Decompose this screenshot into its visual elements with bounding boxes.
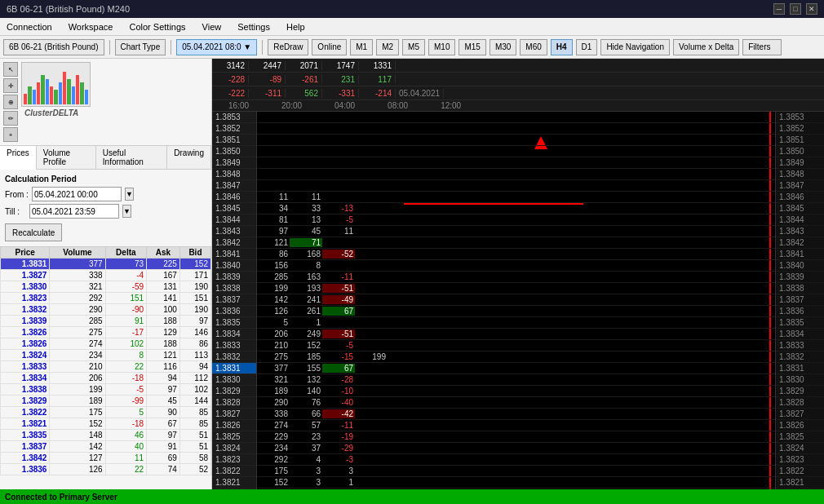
table-row[interactable]: 1.3836 126 22 74 52	[1, 464, 211, 475]
table-row[interactable]: 1.3838 199 -5 97 102	[1, 384, 211, 396]
price-cell: 1.3830	[1, 281, 50, 293]
table-row[interactable]: 1.3824 234 8 121 113	[1, 350, 211, 361]
till-date-input[interactable]	[29, 204, 119, 219]
price-label-row: 1.3849	[212, 157, 256, 169]
chart-type-button[interactable]: Chart Type	[115, 39, 166, 55]
price-label-row: 1.3829	[212, 386, 256, 397]
right-axis-row: 1.3852	[776, 123, 824, 135]
filters-button[interactable]: Filters	[742, 39, 781, 55]
table-row[interactable]: 1.3821 152 -18 67 85	[1, 418, 211, 430]
draw-icon[interactable]: ✏	[3, 111, 18, 126]
delta-cell: -17	[105, 327, 147, 338]
from-label: From :	[5, 190, 29, 199]
h3c5: -214	[359, 89, 396, 98]
from-row: From : ▼	[5, 187, 206, 201]
status-text: Connected to Primary Server	[5, 493, 117, 502]
volume-cell: 292	[50, 293, 105, 304]
m10-button[interactable]: M10	[428, 39, 455, 55]
menu-connection[interactable]: Connection	[3, 20, 55, 33]
hide-nav-button[interactable]: Hide Navigation	[600, 39, 670, 55]
ask-cell: 90	[147, 407, 180, 418]
time-0400: 04:00	[318, 100, 371, 111]
table-row[interactable]: 1.3827 338 -4 167 171	[1, 270, 211, 281]
sep2	[171, 40, 171, 55]
menu-view[interactable]: View	[199, 20, 225, 33]
menu-workspace[interactable]: Workspace	[65, 20, 117, 33]
table-row[interactable]: 1.3826 274 102 188 86	[1, 338, 211, 350]
table-row[interactable]: 1.3826 275 -17 129 146	[1, 327, 211, 338]
bid-cell: 113	[179, 350, 210, 361]
window-controls: ─ □ ✕	[773, 3, 817, 15]
table-row[interactable]: 1.3833 210 22 116 94	[1, 361, 211, 373]
price-cell: 1.3827	[1, 270, 50, 281]
table-row[interactable]: 1.3832 290 -90 100 190	[1, 304, 211, 316]
cluster-cell: 1	[322, 478, 355, 487]
table-row[interactable]: 1.3834 206 -18 94 112	[1, 373, 211, 384]
h2c4: 231	[322, 75, 359, 84]
datetime-picker[interactable]: 05.04.2021 08:0 ▼	[176, 39, 257, 55]
preview-bar-11	[72, 86, 75, 104]
table-row[interactable]: 1.3831 377 73 225 152	[1, 259, 211, 270]
table-row[interactable]: 1.3823 292 151 141 151	[1, 293, 211, 304]
m5-button[interactable]: M5	[402, 39, 425, 55]
m2-button[interactable]: M2	[376, 39, 399, 55]
menu-help[interactable]: Help	[283, 20, 308, 33]
price-label-row: 1.3820	[212, 489, 256, 489]
cursor-icon[interactable]: ↖	[3, 62, 18, 77]
menu-settings[interactable]: Settings	[234, 20, 273, 33]
tab-drawing[interactable]: Drawing	[167, 146, 211, 169]
table-row[interactable]: 1.3835 148 46 97 51	[1, 430, 211, 441]
table-row[interactable]: 1.3839 285 91 188 97	[1, 316, 211, 327]
ask-cell: 167	[147, 270, 180, 281]
online-button[interactable]: Online	[312, 39, 347, 55]
redraw-button[interactable]: ReDraw	[268, 39, 308, 55]
h4-button[interactable]: H4	[551, 39, 573, 55]
tab-prices[interactable]: Prices	[0, 146, 37, 170]
minimize-button[interactable]: ─	[773, 3, 785, 15]
d1-button[interactable]: D1	[576, 39, 598, 55]
table-row[interactable]: 1.3837 142 40 91 51	[1, 441, 211, 453]
cluster-cell: 97	[257, 227, 290, 236]
add-icon[interactable]: +	[3, 127, 18, 142]
volume-cell: 142	[50, 441, 105, 453]
cluster-delta-logo: ClusterDELTA	[24, 108, 78, 117]
table-row[interactable]: 1.3822 175 5 90 85	[1, 407, 211, 418]
col-ask: Ask	[147, 247, 180, 259]
volume-delta-button[interactable]: Volume x Delta	[673, 39, 739, 55]
table-row[interactable]: 1.3829 189 -99 45 144	[1, 396, 211, 407]
m30-button[interactable]: M30	[490, 39, 516, 55]
table-row[interactable]: 1.3842 127 11 69 58	[1, 453, 211, 464]
from-date-picker[interactable]: ▼	[125, 188, 134, 201]
instrument-selector[interactable]: 6B 06-21 (British Pound)	[3, 39, 104, 55]
price-label-row: 1.3840	[212, 260, 256, 272]
right-price-axis: 1.38531.38521.38511.38501.38491.38481.38…	[775, 112, 824, 489]
till-date-picker[interactable]: ▼	[122, 205, 131, 218]
volume-cell: 275	[50, 327, 105, 338]
recalculate-button[interactable]: Recalculate	[5, 223, 62, 241]
delta-cell: 102	[105, 338, 147, 350]
cluster-cell: 33	[290, 204, 322, 213]
time-2000: 20:00	[265, 100, 318, 111]
bid-cell: 190	[179, 304, 210, 316]
m1-button[interactable]: M1	[350, 39, 373, 55]
table-row[interactable]: 1.3830 321 -59 131 190	[1, 281, 211, 293]
delta-cell: -5	[105, 384, 147, 396]
m60-button[interactable]: M60	[520, 39, 547, 55]
tab-volume-profile[interactable]: Volume Profile	[37, 146, 96, 169]
price-table-scroll[interactable]: Price Volume Delta Ask Bid 1.3831 377 73…	[0, 246, 211, 489]
from-date-input[interactable]	[32, 187, 122, 201]
price-label-row: 1.3822	[212, 466, 256, 477]
zoom-icon[interactable]: ⊕	[3, 95, 18, 109]
close-button[interactable]: ✕	[806, 3, 817, 15]
h2c3: -261	[286, 75, 322, 84]
right-axis-row: 1.3836	[776, 306, 824, 317]
cluster-cell: 34	[257, 204, 290, 213]
tab-useful-info[interactable]: Useful Information	[96, 146, 168, 169]
crosshair-icon[interactable]: ✛	[3, 78, 18, 93]
maximize-button[interactable]: □	[790, 3, 801, 15]
cluster-cell: 66	[290, 409, 322, 418]
right-axis-row: 1.3831	[776, 363, 824, 374]
cluster-cell: 206	[257, 329, 290, 338]
m15-button[interactable]: M15	[459, 39, 485, 55]
menu-color-settings[interactable]: Color Settings	[126, 20, 188, 33]
